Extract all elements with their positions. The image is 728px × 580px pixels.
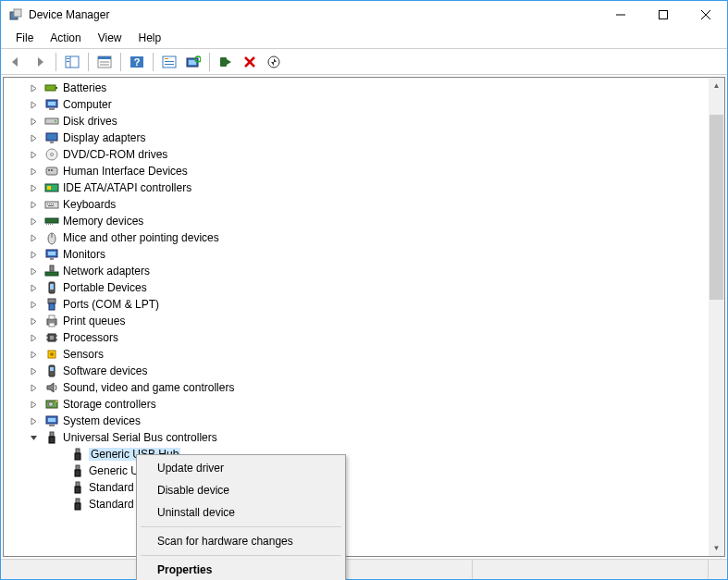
expand-arrow-icon[interactable] [30,234,44,242]
expand-arrow-icon[interactable] [30,134,44,142]
tree-item[interactable]: Software devices [4,363,709,379]
tree-item[interactable]: Monitors [4,246,709,263]
expand-arrow-icon[interactable] [30,251,44,259]
expand-arrow-icon[interactable] [30,101,44,109]
computer-icon [44,97,59,112]
collapse-arrow-icon[interactable] [30,434,44,442]
resize-grip[interactable] [709,560,727,579]
forward-button[interactable] [29,51,51,73]
expand-arrow-icon[interactable] [30,334,44,342]
tree-item[interactable]: Processors [4,329,709,346]
enable-device-button[interactable] [215,51,237,73]
help-button[interactable]: ? [126,51,148,73]
context-menu-item[interactable]: Update driver [139,457,343,479]
expand-arrow-icon[interactable] [30,201,44,209]
vertical-scrollbar[interactable]: ▲ ▼ [709,78,724,556]
expand-arrow-icon[interactable] [30,417,44,426]
tree-item[interactable]: System devices [4,413,709,429]
show-hide-console-tree-button[interactable] [61,51,83,73]
tree-item[interactable]: Mice and other pointing devices [4,229,709,246]
svg-rect-94 [75,503,80,510]
scroll-up-arrow[interactable]: ▲ [709,78,724,93]
tree-item[interactable]: Network adapters [4,263,709,279]
maximize-button[interactable] [642,1,685,29]
expand-arrow-icon[interactable] [30,401,44,409]
tree-item-label: Human Interface Devices [63,165,188,178]
tree-child-item[interactable]: Standard [4,496,709,512]
svg-text:?: ? [134,56,141,68]
tree-item[interactable]: Memory devices [4,213,709,229]
tree-item[interactable]: IDE ATA/ATAPI controllers [4,179,709,196]
context-menu-item[interactable]: Disable device [139,479,343,501]
titlebar: Device Manager [1,1,727,29]
svg-rect-9 [67,61,69,62]
expand-arrow-icon[interactable] [30,84,44,93]
tree-item[interactable]: Storage controllers [4,396,709,413]
statusbar [1,559,727,579]
expand-arrow-icon[interactable] [30,151,44,159]
expand-arrow-icon[interactable] [30,217,44,226]
context-menu-item[interactable]: Properties [139,559,343,580]
svg-rect-24 [220,57,227,67]
svg-rect-89 [76,465,80,470]
minimize-button[interactable] [599,1,642,29]
close-button[interactable] [685,1,727,29]
svg-rect-67 [49,315,55,319]
tree-item-label: Network adapters [63,265,150,278]
expand-arrow-icon[interactable] [30,351,44,359]
expand-arrow-icon[interactable] [30,284,44,292]
tree-item[interactable]: Sensors [4,346,709,363]
menu-help[interactable]: Help [131,30,169,46]
action-button[interactable] [158,51,180,73]
tree-item[interactable]: Portable Devices [4,279,709,296]
device-tree[interactable]: BatteriesComputerDisk drivesDisplay adap… [4,78,709,556]
svg-rect-50 [45,218,58,223]
expand-arrow-icon[interactable] [30,267,44,276]
tree-child-item[interactable]: Generic U [4,463,709,479]
tree-item[interactable]: Sound, video and game controllers [4,379,709,396]
scan-hardware-button[interactable] [182,51,204,73]
update-driver-button[interactable] [263,51,285,73]
tree-item[interactable]: Human Interface Devices [4,163,709,179]
scroll-down-arrow[interactable]: ▼ [709,540,724,556]
expand-arrow-icon[interactable] [30,317,44,326]
status-cell [473,560,709,579]
expand-arrow-icon[interactable] [30,117,44,126]
tree-item-label: Processors [63,331,118,344]
tree-child-item[interactable]: Standard [4,479,709,496]
expand-arrow-icon[interactable] [30,184,44,192]
context-menu-separator [141,526,341,527]
expand-arrow-icon[interactable] [30,384,44,392]
tree-child-item[interactable]: Generic USB Hub [4,446,709,463]
tree-item[interactable]: Batteries [4,80,709,96]
tree-item[interactable]: Disk drives [4,113,709,130]
tree-item-expanded[interactable]: Universal Serial Bus controllers [4,429,709,446]
tree-content-area: BatteriesComputerDisk drivesDisplay adap… [3,77,725,557]
tree-item[interactable]: Display adapters [4,130,709,146]
battery-icon [44,80,59,95]
expand-arrow-icon[interactable] [30,301,44,309]
expand-arrow-icon[interactable] [30,367,44,376]
menu-file[interactable]: File [8,30,41,46]
tree-item[interactable]: DVD/CD-ROM drives [4,146,709,163]
svg-rect-78 [50,367,54,371]
tree-item[interactable]: Computer [4,96,709,113]
context-menu-item[interactable]: Scan for hardware changes [139,530,343,552]
menu-view[interactable]: View [91,30,130,46]
menu-action[interactable]: Action [43,30,88,46]
svg-rect-41 [51,169,53,171]
window-controls [599,1,727,29]
properties-button[interactable] [93,51,116,73]
svg-rect-63 [50,284,54,290]
tree-item[interactable]: Print queues [4,313,709,329]
tree-item[interactable]: Keyboards [4,196,709,213]
svg-rect-93 [76,499,80,503]
tree-item-label: Monitors [63,248,105,261]
context-menu-item[interactable]: Uninstall device [139,501,343,524]
uninstall-device-button[interactable] [239,51,261,73]
expand-arrow-icon[interactable] [30,167,44,176]
tree-item[interactable]: Ports (COM & LPT) [4,296,709,313]
back-button[interactable] [5,51,27,73]
svg-rect-52 [48,223,49,225]
scroll-thumb[interactable] [709,115,723,300]
